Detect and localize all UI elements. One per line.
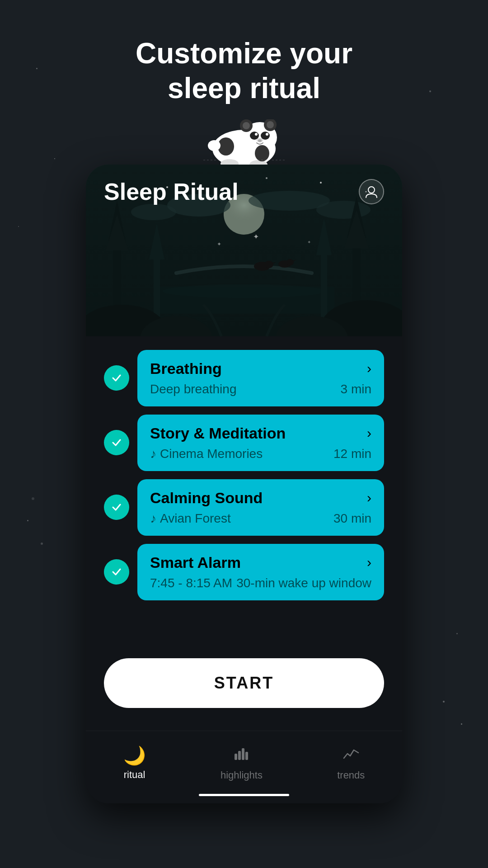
svg-rect-56 <box>242 748 244 760</box>
music-icon-calming: ♪ <box>150 511 156 526</box>
alarm-subtitle: 7:45 - 8:15 AM <box>150 576 232 590</box>
svg-text:✦: ✦ <box>307 240 311 245</box>
svg-point-9 <box>266 133 268 136</box>
highlights-icon <box>232 745 250 767</box>
svg-point-43 <box>264 261 273 268</box>
moon-icon: 🌙 <box>123 745 146 766</box>
svg-point-11 <box>258 139 262 142</box>
breathing-subtitle: Deep breathing <box>150 382 236 396</box>
ritual-card-calming[interactable]: Calming Sound › ♪ Avian Forest 30 min <box>137 479 384 536</box>
calming-duration: 30 min <box>333 511 371 526</box>
breathing-chevron: › <box>367 361 371 376</box>
nav-item-ritual[interactable]: 🌙 ritual <box>105 741 164 785</box>
svg-point-6 <box>250 132 259 140</box>
nav-label-trends: trends <box>337 769 365 781</box>
start-button[interactable]: START <box>104 658 384 708</box>
check-calming[interactable] <box>104 495 129 520</box>
svg-point-7 <box>261 132 270 140</box>
ritual-list: Breathing › Deep breathing 3 min Story &… <box>86 336 402 618</box>
svg-point-31 <box>163 284 325 298</box>
ritual-card-breathing[interactable]: Breathing › Deep breathing 3 min <box>137 350 384 406</box>
svg-text:✦: ✦ <box>217 241 221 247</box>
svg-text:✦: ✦ <box>253 233 259 241</box>
alarm-duration: 30-min wake up window <box>236 576 371 590</box>
hero-image: ✦ ✦ ✦ Sleep Ritual <box>86 165 402 336</box>
svg-rect-57 <box>245 752 248 760</box>
bottom-navigation: 🌙 ritual highlights trends <box>86 731 402 790</box>
calming-subtitle: ♪ Avian Forest <box>150 511 231 526</box>
nav-item-highlights[interactable]: highlights <box>202 740 281 786</box>
story-subtitle: ♪ Cinema Memories <box>150 447 263 461</box>
nav-indicator <box>199 794 289 796</box>
check-story[interactable] <box>104 430 129 455</box>
breathing-title: Breathing <box>150 360 222 377</box>
ritual-row-breathing: Breathing › Deep breathing 3 min <box>104 350 384 406</box>
check-breathing[interactable] <box>104 365 129 391</box>
story-title: Story & Meditation <box>150 425 286 442</box>
nav-label-highlights: highlights <box>221 769 263 781</box>
svg-point-23 <box>131 204 176 220</box>
trends-icon <box>342 745 360 767</box>
phone-mockup: ✦ ✦ ✦ Sleep Ritual <box>86 165 402 803</box>
ritual-row-calming: Calming Sound › ♪ Avian Forest 30 min <box>104 479 384 536</box>
svg-rect-40 <box>321 250 327 323</box>
alarm-title: Smart Alarm <box>150 554 241 571</box>
ritual-card-story[interactable]: Story & Meditation › ♪ Cinema Memories 1… <box>137 415 384 471</box>
ritual-row-alarm: Smart Alarm › 7:45 - 8:15 AM 30-min wake… <box>104 544 384 600</box>
story-duration: 12 min <box>333 447 371 461</box>
svg-point-45 <box>286 259 294 265</box>
app-title: Sleep Ritual <box>104 178 239 205</box>
story-chevron: › <box>367 425 371 441</box>
svg-point-3 <box>243 122 250 129</box>
nav-label-ritual: ritual <box>124 769 145 781</box>
svg-point-5 <box>267 121 274 128</box>
nav-item-trends[interactable]: trends <box>319 740 383 786</box>
calming-title: Calming Sound <box>150 489 263 507</box>
svg-point-53 <box>368 187 375 193</box>
panda-mascot <box>194 115 294 169</box>
svg-point-15 <box>255 145 269 161</box>
svg-rect-54 <box>235 754 237 760</box>
ritual-card-alarm[interactable]: Smart Alarm › 7:45 - 8:15 AM 30-min wake… <box>137 544 384 600</box>
ritual-row-story: Story & Meditation › ♪ Cinema Memories 1… <box>104 415 384 471</box>
calming-chevron: › <box>367 490 371 505</box>
svg-rect-55 <box>238 751 241 760</box>
music-icon-story: ♪ <box>150 447 156 461</box>
avatar-button[interactable] <box>359 179 384 204</box>
svg-rect-38 <box>154 255 160 323</box>
svg-point-16 <box>208 140 221 151</box>
svg-point-8 <box>255 133 258 136</box>
breathing-duration: 3 min <box>341 382 371 396</box>
page-title: Customize your sleep ritual <box>136 36 352 106</box>
check-alarm[interactable] <box>104 559 129 585</box>
alarm-chevron: › <box>367 555 371 570</box>
